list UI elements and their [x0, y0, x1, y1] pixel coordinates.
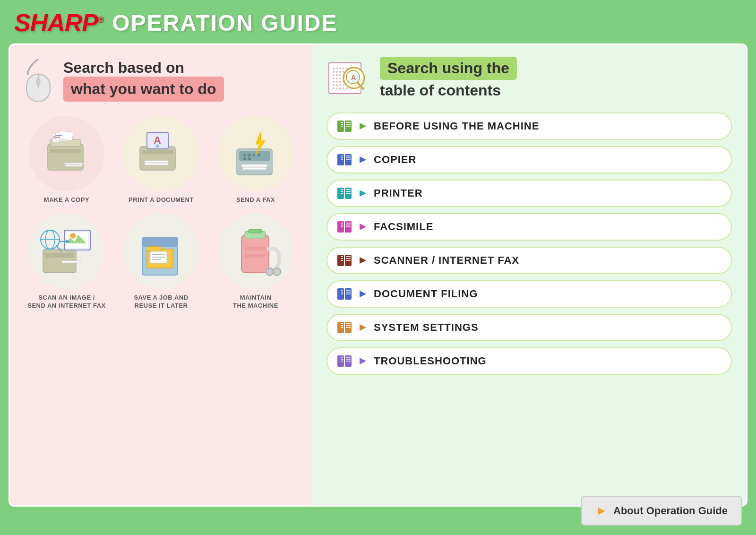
- svg-rect-2: [36, 78, 41, 86]
- svg-point-111: [346, 87, 348, 89]
- svg-point-59: [333, 68, 335, 69]
- svg-point-109: [339, 87, 341, 89]
- printer-arrow-icon: [358, 188, 368, 198]
- system-settings-label: SYSTEM SETTINGS: [374, 321, 479, 334]
- scanner-fax-button[interactable]: SCANNER / INTERNET FAX: [326, 247, 732, 274]
- troubleshooting-button[interactable]: TROUBLESHOOTING: [326, 347, 732, 375]
- scanner-book-icon: [337, 254, 352, 267]
- document-filing-label: DOCUMENT FILING: [374, 288, 478, 300]
- scan-an-image-item[interactable]: SCAN AN IMAGE / SEND AN INTERNET FAX: [22, 214, 112, 310]
- svg-point-85: [339, 78, 341, 79]
- scan-an-image-label: SCAN AN IMAGE / SEND AN INTERNET FAX: [27, 294, 106, 310]
- mouse-icon: [22, 59, 55, 102]
- svg-point-77: [339, 74, 341, 76]
- svg-point-60: [336, 68, 338, 69]
- send-a-fax-item[interactable]: SEND A FAX: [211, 116, 301, 204]
- before-using-label: BEFORE USING THE MACHINE: [374, 120, 539, 132]
- book-magnifier-icon: A: [326, 58, 371, 98]
- svg-marker-124: [360, 123, 366, 129]
- maintain-label: MAINTAIN THE MACHINE: [233, 294, 278, 310]
- main-content: Search based on what you want to do: [9, 43, 747, 507]
- save-a-job-label: SAVE A JOB AND REUSE IT LATER: [134, 294, 188, 310]
- printer-label: PRINTER: [374, 187, 423, 199]
- svg-rect-34: [62, 261, 81, 263]
- copier-arrow-icon: [358, 155, 368, 165]
- right-title: Search using the table of contents: [380, 57, 517, 99]
- before-using-book-icon: [337, 120, 352, 132]
- system-settings-book-icon: [337, 321, 352, 334]
- svg-point-93: [339, 81, 341, 83]
- svg-point-27: [243, 157, 246, 160]
- copier-button[interactable]: COPIER: [326, 146, 732, 173]
- svg-marker-133: [360, 156, 366, 163]
- svg-point-75: [333, 74, 335, 76]
- doc-filing-book-icon: [337, 288, 352, 300]
- svg-point-110: [343, 87, 344, 89]
- svg-text:A: A: [351, 74, 356, 81]
- right-header: A Search using the table of contents: [326, 57, 732, 99]
- svg-rect-30: [243, 167, 266, 170]
- svg-rect-44: [142, 237, 178, 247]
- scan-an-image-icon: [29, 214, 104, 289]
- send-a-fax-icon: [218, 116, 293, 191]
- svg-point-107: [333, 87, 335, 89]
- copier-book-icon: [337, 154, 352, 166]
- before-using-button[interactable]: BEFORE USING THE MACHINE: [326, 112, 732, 140]
- svg-point-84: [336, 78, 338, 79]
- svg-rect-8: [59, 131, 73, 141]
- svg-point-26: [258, 154, 260, 156]
- printer-button[interactable]: PRINTER: [326, 180, 732, 207]
- svg-rect-4: [50, 149, 81, 153]
- svg-marker-160: [360, 257, 366, 264]
- svg-marker-151: [360, 224, 366, 230]
- facsimile-label: FACSIMILE: [374, 221, 433, 233]
- make-a-copy-icon: [29, 116, 104, 191]
- svg-point-69: [339, 71, 341, 73]
- scanner-fax-label: SCANNER / INTERNET FAX: [374, 254, 519, 267]
- svg-rect-57: [245, 254, 266, 258]
- svg-marker-187: [360, 358, 366, 364]
- maintain-item[interactable]: MAINTAIN THE MACHINE: [211, 214, 301, 310]
- copier-label: COPIER: [374, 154, 416, 166]
- facsimile-book-icon: [337, 221, 352, 233]
- svg-point-23: [243, 154, 246, 156]
- svg-point-91: [333, 81, 335, 83]
- svg-point-24: [248, 154, 251, 156]
- svg-rect-12: [65, 165, 82, 166]
- print-a-document-icon: A: [123, 116, 199, 191]
- make-a-copy-item[interactable]: MAKE A COPY: [22, 116, 112, 204]
- left-panel: Search based on what you want to do: [10, 45, 312, 505]
- svg-point-76: [336, 74, 338, 76]
- svg-rect-46: [147, 247, 161, 251]
- about-arrow-icon: ►: [595, 503, 608, 518]
- svg-marker-178: [360, 324, 366, 331]
- troubleshooting-arrow-icon: [358, 356, 368, 366]
- troubleshooting-book-icon: [337, 355, 352, 367]
- left-title: Search based on what you want to do: [63, 59, 224, 102]
- troubleshooting-label: TROUBLESHOOTING: [374, 355, 487, 367]
- svg-rect-33: [45, 253, 74, 258]
- svg-point-100: [336, 84, 338, 86]
- svg-point-101: [339, 84, 341, 86]
- svg-rect-29: [241, 164, 267, 167]
- svg-point-62: [343, 68, 344, 69]
- save-a-job-icon: [123, 214, 199, 289]
- right-panel: A Search using the table of contents: [312, 45, 746, 505]
- page-title: OPERATION GUIDE: [112, 10, 337, 36]
- document-filing-button[interactable]: DOCUMENT FILING: [326, 280, 732, 308]
- header: SHARP® OPERATION GUIDE: [0, 0, 756, 43]
- facsimile-button[interactable]: FACSIMILE: [326, 213, 732, 241]
- svg-point-99: [333, 84, 335, 86]
- sharp-logo: SHARP®: [14, 9, 103, 37]
- icon-grid: MAKE A COPY A: [22, 116, 301, 310]
- save-a-job-item[interactable]: SAVE A JOB AND REUSE IT LATER: [116, 214, 206, 310]
- svg-point-53: [266, 268, 274, 276]
- svg-rect-55: [249, 229, 262, 233]
- svg-point-92: [336, 81, 338, 83]
- svg-point-83: [333, 78, 335, 79]
- system-settings-button[interactable]: SYSTEM SETTINGS: [326, 314, 732, 341]
- print-a-document-item[interactable]: A PRINT A DOCUMENT: [116, 116, 206, 204]
- doc-filing-arrow-icon: [358, 289, 368, 299]
- about-operation-guide-button[interactable]: ► About Operation Guide: [581, 496, 742, 526]
- svg-rect-16: [145, 163, 168, 165]
